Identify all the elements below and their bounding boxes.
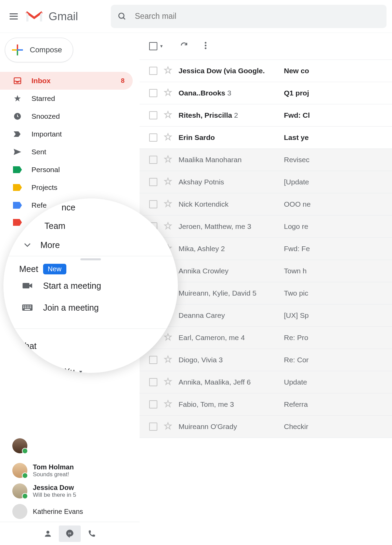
email-row[interactable]: Oana..Brooks 3Q1 proj	[140, 82, 392, 104]
email-subject: Last ye	[284, 133, 309, 142]
chat-item-avatar-only[interactable]	[0, 436, 140, 460]
email-checkbox[interactable]	[149, 156, 157, 164]
email-row[interactable]: Jessica Dow (via Google.New co	[140, 60, 392, 82]
email-row[interactable]: Annika, Maalika, Jeff 6Update	[140, 371, 392, 393]
chat-section: Tom Holman Sounds great! Jessica Dow Wil…	[0, 436, 140, 522]
new-badge: New	[43, 264, 66, 274]
more-button[interactable]	[205, 41, 207, 51]
phone-tab[interactable]	[81, 525, 103, 542]
email-checkbox[interactable]	[149, 356, 157, 364]
chat-item[interactable]: Jessica Dow Will be there in 5	[0, 481, 140, 501]
email-subject: Revisec	[284, 156, 310, 164]
email-subject: Re: Cor	[284, 356, 309, 364]
email-checkbox[interactable]	[149, 400, 157, 408]
sidebar-item-sent[interactable]: Sent	[0, 143, 133, 161]
star-icon[interactable]	[164, 355, 172, 365]
sidebar-item-starred[interactable]: Starred	[0, 90, 133, 107]
star-icon[interactable]	[164, 155, 172, 165]
email-subject: Fwd: Fe	[284, 245, 310, 253]
email-sender: Diogo, Vivia 3	[179, 356, 278, 364]
hamburger-icon	[10, 13, 18, 20]
email-checkbox[interactable]	[149, 133, 157, 142]
sidebar-item-personal[interactable]: Personal	[0, 161, 133, 179]
star-icon[interactable]	[164, 333, 172, 343]
email-sender: Oana..Brooks 3	[179, 89, 278, 97]
star-icon	[13, 94, 22, 103]
star-icon[interactable]	[164, 177, 172, 187]
meet-label: Meet	[19, 264, 38, 274]
svg-rect-3	[17, 44, 18, 49]
svg-point-10	[47, 531, 50, 534]
star-icon[interactable]	[164, 421, 172, 432]
svg-rect-23	[27, 307, 28, 308]
compose-button[interactable]: Compose	[5, 38, 73, 62]
email-row[interactable]: Maalika ManoharanRevisec	[140, 149, 392, 171]
clock-icon	[13, 112, 22, 121]
main-menu-button[interactable]	[5, 8, 22, 25]
avatar	[12, 463, 27, 478]
email-checkbox[interactable]	[149, 423, 157, 431]
star-icon[interactable]	[164, 88, 172, 98]
email-sender: Deanna Carey	[179, 311, 278, 320]
sidebar-item-label: Sent	[31, 148, 125, 156]
email-checkbox[interactable]	[149, 178, 157, 186]
search-bar[interactable]	[111, 5, 387, 28]
svg-point-12	[205, 45, 206, 47]
sidebar-item-projects[interactable]: Projects	[0, 179, 133, 196]
refresh-button[interactable]	[180, 41, 188, 51]
email-subject: OOO ne	[284, 200, 311, 208]
chat-item[interactable]: Katherine Evans	[0, 501, 140, 522]
email-checkbox[interactable]	[149, 111, 157, 119]
email-checkbox[interactable]	[149, 67, 157, 75]
sidebar-item-snoozed[interactable]: Snoozed	[0, 107, 133, 125]
star-icon[interactable]	[164, 199, 172, 209]
checkbox-icon	[149, 42, 157, 50]
star-icon[interactable]	[164, 132, 172, 143]
drag-handle[interactable]	[80, 258, 101, 260]
email-row[interactable]: Mika, Ashley 2Fwd: Fe	[140, 238, 392, 260]
email-row[interactable]: Jeroen, Matthew, me 3Logo re	[140, 216, 392, 238]
email-sender: Muireann, Kylie, David 5	[179, 289, 278, 297]
email-row[interactable]: Muireann O'GradyCheckir	[140, 416, 392, 438]
email-row[interactable]: Earl, Cameron, me 4Re: Pro	[140, 327, 392, 349]
email-checkbox[interactable]	[149, 200, 157, 208]
email-checkbox[interactable]	[149, 89, 157, 97]
email-sender: Maalika Manoharan	[179, 156, 278, 164]
svg-rect-25	[30, 307, 31, 308]
star-icon[interactable]	[164, 66, 172, 76]
svg-rect-4	[17, 51, 18, 55]
sidebar-item-more[interactable]: More	[3, 235, 178, 255]
sidebar-item-inbox[interactable]: Inbox 8	[0, 72, 133, 90]
email-row[interactable]: Deanna Carey[UX] Sp	[140, 304, 392, 327]
email-sender: Jeroen, Matthew, me 3	[179, 222, 278, 231]
gmail-logo-icon	[25, 9, 44, 24]
divider	[3, 328, 178, 329]
sidebar-item-label: Personal	[31, 166, 125, 174]
hangouts-tab[interactable]	[59, 525, 81, 542]
contacts-tab[interactable]	[37, 525, 59, 542]
label-icon	[13, 201, 22, 210]
label-icon	[13, 218, 22, 227]
email-row[interactable]: Ritesh, Priscilla 2Fwd: Cl	[140, 104, 392, 127]
star-icon[interactable]	[164, 399, 172, 410]
select-all-checkbox[interactable]: ▼	[149, 42, 164, 50]
email-row[interactable]: Nick KortendickOOO ne	[140, 193, 392, 216]
email-row[interactable]: Erin SardoLast ye	[140, 127, 392, 149]
email-row[interactable]: Fabio, Tom, me 3Referra	[140, 393, 392, 416]
search-input[interactable]	[135, 12, 380, 21]
sidebar-item-important[interactable]: Important	[0, 125, 133, 143]
more-vert-icon	[205, 41, 207, 50]
email-row[interactable]: Diogo, Vivia 3Re: Cor	[140, 349, 392, 371]
start-meeting-button[interactable]: Start a meeting	[3, 275, 178, 296]
star-icon[interactable]	[164, 110, 172, 120]
gmail-logo[interactable]: Gmail	[25, 9, 78, 24]
label-icon	[13, 183, 22, 192]
star-icon[interactable]	[164, 221, 172, 232]
email-row[interactable]: Akshay Potnis[Update	[140, 171, 392, 193]
chat-name: Jessica Dow	[33, 484, 76, 492]
email-checkbox[interactable]	[149, 378, 157, 386]
chevron-down-icon	[24, 243, 31, 247]
join-meeting-button[interactable]: Join a meeting	[3, 297, 178, 318]
chat-item[interactable]: Tom Holman Sounds great!	[0, 460, 140, 481]
star-icon[interactable]	[164, 377, 172, 387]
